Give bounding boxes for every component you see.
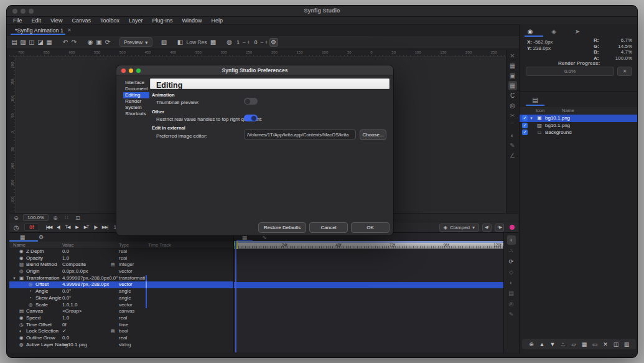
param-row[interactable]: ◎ Scale 1.0,1.0 vector	[9, 302, 233, 309]
canvas-option-icon[interactable]: ▦	[508, 61, 517, 70]
param-value[interactable]: 0.0	[62, 335, 69, 342]
param-value[interactable]: 4.999987px,-288.0px	[62, 281, 109, 288]
param-value[interactable]: 0.0px,0.0px	[62, 268, 88, 275]
param-value[interactable]: Composite	[62, 262, 86, 268]
layer-row[interactable]: ✓ □ Background	[520, 129, 638, 136]
minus-icon[interactable]: −	[243, 39, 246, 45]
layers-action-icon[interactable]: ▱	[569, 340, 578, 349]
animate-mode-icon[interactable]: ◷	[12, 223, 21, 232]
file-toolbar-icon[interactable]: ◫	[27, 38, 36, 47]
ok-button[interactable]: OK	[351, 222, 390, 233]
canvas-option-icon[interactable]: ✕	[508, 51, 517, 60]
tab-close-icon[interactable]: ✕	[67, 27, 72, 33]
preferences-category[interactable]: System	[123, 105, 149, 111]
canvas-option-icon[interactable]: ✎	[508, 141, 517, 150]
preferences-category[interactable]: Interface	[123, 80, 149, 86]
transport-button[interactable]: T◀	[64, 225, 72, 230]
zoom-out-icon[interactable]: ⊖	[12, 214, 21, 222]
zoom-canvas-icon[interactable]: ⊡	[73, 214, 82, 222]
preferred-image-editor-field[interactable]: /Volumes/1T/App/krita.app/Contents/MacOS…	[244, 130, 356, 139]
menu-item[interactable]: Toolbox	[100, 17, 119, 24]
view-toolbar-icon[interactable]: ⟳	[103, 38, 112, 47]
tab-layers-icon[interactable]: ▤	[531, 95, 539, 104]
param-row[interactable]: ◎ Offset 4.999987px,-288.0px vector	[9, 281, 233, 288]
preferences-category[interactable]: Editing	[123, 92, 149, 98]
preferences-category[interactable]: Document	[123, 86, 149, 92]
timetrack-tool-icon[interactable]: ✎	[507, 309, 516, 319]
canvas-option-icon[interactable]: C	[508, 91, 517, 100]
dock-tab-icon[interactable]: ◈	[549, 27, 558, 35]
canvas-option-icon[interactable]: ⌒	[508, 121, 517, 130]
render-options-icon[interactable]: ⚙	[269, 38, 278, 47]
param-value[interactable]: 0.0°	[62, 295, 71, 302]
restrict-handles-toggle[interactable]	[244, 115, 258, 121]
param-value[interactable]: 0f	[62, 322, 67, 329]
transport-button[interactable]: ◀|	[55, 225, 62, 230]
layer-row[interactable]: ✓ ▼ ▣ bg10.1.png	[520, 115, 638, 122]
dock-tab-icon[interactable]: ➤	[573, 27, 582, 35]
param-value[interactable]: ✓	[62, 328, 67, 335]
canvas-option-icon[interactable]: ▣	[508, 71, 517, 80]
record-indicator[interactable]	[510, 225, 515, 230]
canvas-option-icon[interactable]: ◎	[508, 101, 517, 110]
timetrack-tool-icon[interactable]: ◇	[507, 267, 516, 276]
file-toolbar-icon[interactable]: ▤	[10, 38, 19, 47]
timetrack-tool-icon[interactable]: ▤	[507, 288, 516, 298]
layer-visibility-checkbox[interactable]: ✓	[522, 115, 528, 121]
redo-icon[interactable]: ↷	[70, 38, 78, 47]
plus-icon[interactable]: +	[247, 39, 250, 45]
preview-dropdown[interactable]: Preview ▾	[119, 37, 152, 47]
transport-button[interactable]: ▶T	[83, 225, 90, 230]
view-toolbar-icon[interactable]: ▣	[95, 38, 103, 47]
menu-item[interactable]: Help	[212, 17, 223, 24]
view-toolbar-icon[interactable]: ◉	[86, 38, 95, 47]
time-ruler[interactable]: 24f 48f 72f 96f 120f	[234, 241, 503, 249]
transport-button[interactable]: |▶	[92, 225, 100, 230]
param-row[interactable]: ◔ Angle 0.0° angle	[9, 288, 233, 295]
lock-future-keyframe-button[interactable]: +▶	[495, 224, 504, 232]
canvas-option-icon[interactable]: ∠	[508, 151, 517, 160]
param-value[interactable]: 1.0	[62, 255, 69, 262]
dock-tab-icon[interactable]: ◉	[526, 27, 534, 35]
menu-item[interactable]: View	[50, 17, 62, 24]
param-value[interactable]: 0.0	[62, 248, 69, 255]
layers-action-icon[interactable]: ▲	[538, 340, 546, 349]
canvas-option-icon[interactable]: ◐	[508, 131, 517, 140]
timetrack-tool-icon[interactable]: ◎	[507, 299, 516, 308]
param-value[interactable]: 1.0,1.0	[62, 302, 77, 309]
param-value[interactable]: bg10.1.png	[62, 342, 87, 349]
choose-button[interactable]: Choose...	[360, 130, 386, 140]
layers-action-icon[interactable]: ⊕	[527, 340, 536, 349]
param-value[interactable]: 4.999987px,-288.0px0.0°	[62, 275, 118, 282]
param-row[interactable]: ◔ Skew Angle 0.0° angle	[9, 295, 233, 302]
interpolation-dropdown[interactable]: ◈ Clamped ▾	[439, 224, 479, 232]
param-row[interactable]: ◉ Speed 1.0 real	[9, 315, 233, 322]
layers-action-icon[interactable]: ▥	[622, 340, 631, 349]
lock-past-keyframe-button[interactable]: ◀+	[482, 224, 492, 232]
param-row[interactable]: ◉ Z Depth 0.0 real	[9, 248, 233, 255]
lowres-label[interactable]: Low Res	[187, 39, 207, 45]
layers-action-icon[interactable]: ◫	[612, 340, 620, 349]
transport-button[interactable]: |◀◀	[45, 225, 53, 230]
param-row[interactable]: ◐ Lock Selection ✓ ▤ bool	[9, 328, 233, 335]
quality-icon[interactable]: ◧	[176, 38, 185, 47]
layers-action-icon[interactable]: ▭	[590, 340, 599, 349]
cancel-render-button[interactable]: ✕	[617, 67, 632, 76]
param-row[interactable]: ◉ Outline Grow 0.0 real	[9, 335, 233, 342]
layer-row[interactable]: ✓ ▤ bg10.1.png	[520, 122, 638, 130]
menu-item[interactable]: Plug-Ins	[152, 17, 172, 24]
timetrack-tool-icon[interactable]: ◐	[507, 278, 516, 287]
panel-tab-icon[interactable]: ⚙	[37, 233, 45, 242]
param-row[interactable]: ◉ Opacity 1.0 real	[9, 255, 233, 262]
file-toolbar-icon[interactable]: ▨	[19, 38, 27, 47]
transport-button[interactable]: ▶▶|	[101, 225, 109, 230]
onion-skin-icon[interactable]: ◍	[225, 38, 234, 47]
checker-background-icon[interactable]: ▩	[209, 38, 218, 47]
layer-visibility-checkbox[interactable]: ✓	[522, 130, 528, 135]
time-cursor[interactable]	[235, 241, 236, 352]
param-value[interactable]: 1.0	[62, 315, 69, 322]
preferences-category[interactable]: Shortcuts	[123, 111, 149, 117]
menu-item[interactable]: Layer	[129, 17, 143, 24]
layers-action-icon[interactable]: ∴	[559, 340, 567, 349]
param-value[interactable]: 0.0°	[62, 288, 71, 295]
